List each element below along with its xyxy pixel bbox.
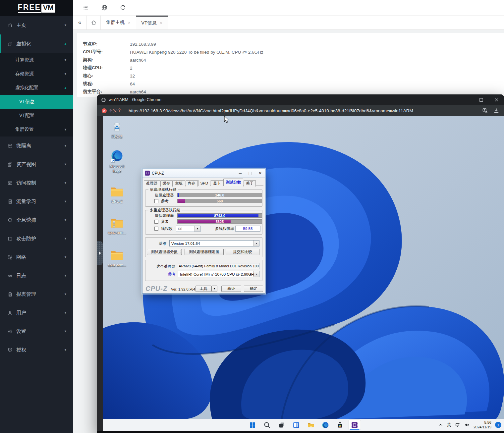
sidebar-item-storage-resources[interactable]: 存储资源▼ (0, 67, 73, 81)
cpuz-tab-SPD[interactable]: SPD (198, 180, 211, 186)
vt-info-rows: 节点IP:192.168.3.99CPU型号:HUAWEI Kunpeng 92… (83, 40, 504, 96)
sidebar-item-vt-info[interactable]: VT信息 (0, 95, 73, 109)
taskbar-button-task-view[interactable] (276, 420, 288, 430)
tab-close-icon[interactable]: × (128, 20, 131, 25)
tab-close-icon[interactable]: × (160, 21, 162, 26)
tray-clock[interactable]: 5:56 2024/11/19 (474, 420, 491, 430)
chrome-titlebar[interactable]: win11ARM - Google Chrome (97, 94, 504, 105)
chevron-down-icon: ▼ (64, 24, 67, 27)
tray-chevron-up-icon[interactable] (438, 422, 443, 428)
sidebar-item-label: 集群设置 (15, 127, 34, 133)
maximize-button[interactable] (474, 94, 489, 105)
bench-cpu-button[interactable]: 測試處理器分數 (147, 249, 182, 255)
taskbar-button-file-explorer[interactable] (305, 420, 317, 430)
cpuz-tab-測試分數[interactable]: 測試分數 (223, 179, 243, 186)
sidebar-item-holo-trap[interactable]: 全息诱捕▼ (0, 211, 73, 229)
sidebar-item-vt-config[interactable]: VT配置 (0, 109, 73, 123)
cpuz-minimize-button[interactable]: ─ (238, 171, 243, 176)
desktop-icon-Microsoft Edge[interactable]: Microsoft Edge (105, 149, 129, 174)
minimize-button[interactable] (458, 94, 474, 105)
speaker-muted-icon[interactable] (464, 422, 470, 428)
threads-select[interactable]: 60 ▼ (176, 226, 200, 232)
home-tab-button[interactable] (87, 16, 101, 29)
chrome-window-title: win11ARM - Google Chrome (109, 97, 161, 102)
sidebar-item-home[interactable]: 主页▼ (0, 16, 73, 34)
ime-indicator[interactable]: 英 (447, 422, 451, 428)
cpuz-tab-缓存[interactable]: 缓存 (160, 180, 173, 187)
license-icon (7, 347, 13, 353)
sidebar-item-compute-resources[interactable]: 计算资源▼ (0, 53, 73, 67)
desktop-icon-cpuz-arm...[interactable]: cpuz-arm... (105, 248, 129, 268)
cpuz-tab-处理器[interactable]: 处理器 (144, 180, 160, 187)
info-row: 物理CPU:2 (83, 64, 504, 72)
taskbar-button-store[interactable] (334, 420, 346, 430)
site-security-chip[interactable]: ✕ 不安全 (102, 108, 122, 114)
chevron-down-icon: ▼ (64, 255, 67, 259)
taskbar-button-cpu-z[interactable] (349, 420, 361, 430)
novnc-control-bar-handle[interactable] (97, 241, 103, 265)
notification-badge[interactable]: 1 (495, 422, 501, 428)
chevron-down-icon: ▼ (64, 293, 67, 296)
cpuz-close-button[interactable]: ✕ (257, 171, 263, 176)
cpuz-tab-内存[interactable]: 内存 (186, 180, 198, 187)
threads-value: 60 (176, 227, 195, 231)
tab-集群主机[interactable]: 集群主机× (101, 16, 136, 29)
sidebar-item-asset-view[interactable]: 资产视图▼ (0, 155, 73, 174)
tools-dropdown-arrow[interactable]: ▼ (211, 286, 217, 292)
refresh-button[interactable] (119, 4, 127, 11)
tab-VT信息[interactable]: VT信息× (136, 16, 168, 29)
download-icon[interactable] (493, 108, 499, 114)
sidebar-item-network[interactable]: 网络▼ (0, 248, 73, 266)
taskbar-button-edge[interactable] (319, 420, 331, 430)
desktop-icon-cpuz-arm...[interactable]: cpuz-arm... (105, 215, 129, 235)
network-display-icon[interactable] (455, 422, 461, 428)
language-globe-icon (101, 4, 108, 11)
sidebar-item-report-management[interactable]: 报表管理▼ (0, 285, 73, 303)
sidebar-item-traffic-learning[interactable]: 流量学习▼ (0, 192, 73, 211)
sidebar-item-logs[interactable]: 日志▼ (0, 266, 73, 285)
reference-checkbox[interactable] (154, 199, 158, 203)
cpuz-titlebar[interactable]: CPU-Z ─ ▢ ✕ (142, 169, 265, 178)
sidebar-item-virtualization-config[interactable]: 虚拟化配置▲ (0, 81, 73, 95)
sidebar-item-cluster-settings[interactable]: 集群设置▼ (0, 123, 73, 136)
desktop-icon-CPU-Z[interactable]: CPU-Z (105, 184, 129, 204)
sidebar-item-license[interactable]: 授权▼ (0, 341, 73, 359)
bench-version-select[interactable]: Version 17.01.64 ▼ (169, 240, 259, 246)
taskbar-button-search[interactable] (261, 420, 273, 430)
sidebar-item-settings[interactable]: 设置▼ (0, 322, 73, 341)
settings-icon (7, 329, 13, 334)
desktop-icon-回收站[interactable]: 回收站 (105, 119, 129, 139)
translate-icon[interactable] (482, 108, 488, 114)
sidebar-item-attack-defense[interactable]: 攻击防护▼ (0, 229, 73, 248)
cpuz-maximize-button[interactable]: ▢ (248, 171, 253, 176)
sidebar-item-label: 用户 (16, 310, 26, 316)
cpuz-tab-关于[interactable]: 关于 (244, 180, 256, 187)
vnc-desktop[interactable]: 回收站Microsoft EdgeCPU-Zcpuz-arm...cpuz-ar… (103, 116, 504, 431)
sidebar-item-micro-isolation[interactable]: 微隔离▼ (0, 136, 73, 155)
dropdown-arrow-icon: ▼ (253, 241, 259, 246)
close-button[interactable] (489, 94, 504, 105)
sidebar-item-users[interactable]: 用户▼ (0, 303, 73, 322)
submit-compare-button[interactable]: 提交和比较 (226, 249, 259, 255)
language-globe-button[interactable] (101, 4, 108, 11)
brand-vm: VM (41, 4, 55, 13)
validate-button[interactable]: 验证 (221, 286, 241, 292)
sidebar-item-label: 主页 (16, 22, 26, 28)
taskbar-button-start[interactable] (247, 420, 258, 430)
sidebar-item-access-control[interactable]: 访问控制▼ (0, 174, 73, 192)
url-field[interactable]: https://192.168.3.99/views/hci/noVNC/vnc… (129, 108, 413, 113)
chevron-down-icon: ▼ (64, 330, 67, 333)
score-bar: 568 (177, 199, 262, 203)
threads-checkbox[interactable] (154, 227, 158, 231)
menu-toggle-button[interactable] (82, 4, 89, 11)
stress-cpu-button[interactable]: 測試處理器穩定度 (185, 249, 224, 255)
reference-checkbox[interactable] (154, 220, 158, 224)
taskbar-button-widgets[interactable] (290, 420, 302, 430)
reference-cpu-select[interactable]: Intel(R) Core(TM) i7-10700 CPU @ 2.90GHz… (178, 271, 259, 277)
ok-button[interactable]: 确定 (244, 286, 263, 292)
sidebar-item-virtualization[interactable]: 虚拟化▲ (0, 34, 73, 53)
cpuz-tab-主板[interactable]: 主板 (173, 180, 185, 187)
tools-button[interactable]: 工具 (196, 286, 211, 292)
cpuz-tab-显卡[interactable]: 显卡 (211, 180, 223, 187)
collapse-tabs-button[interactable]: « (73, 16, 87, 29)
